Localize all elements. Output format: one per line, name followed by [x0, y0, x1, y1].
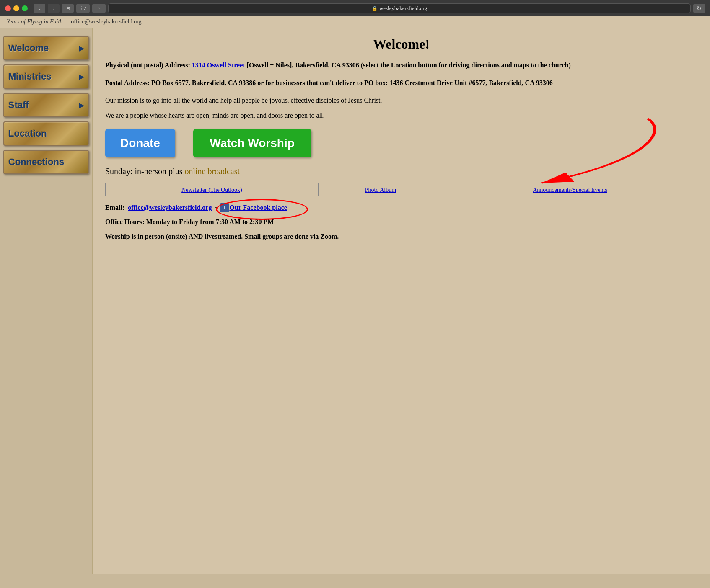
photo-album-link[interactable]: Photo Album: [365, 187, 396, 193]
physical-label: Physical (not postal) Address:: [105, 62, 190, 69]
reload-button[interactable]: ↻: [693, 4, 705, 13]
sidebar-location-label: Location: [8, 128, 47, 139]
postal-address-block: Postal Address: PO Box 6577, Bakersfield…: [105, 78, 697, 88]
sidebar-item-location[interactable]: Location: [3, 121, 89, 146]
sidebar-connections-label: Connections: [8, 157, 64, 168]
lock-icon: 🔒: [372, 6, 378, 11]
open-text: We are a people whose hearts are open, m…: [105, 111, 697, 121]
online-broadcast-link[interactable]: online broadcast: [184, 167, 240, 176]
close-button[interactable]: [5, 5, 11, 11]
maximize-button[interactable]: [22, 5, 28, 11]
facebook-icon: f: [220, 203, 229, 212]
email-link[interactable]: office@wesleybakersfield.org: [128, 204, 212, 211]
email-label: Email:: [105, 204, 124, 211]
physical-address-block: Physical (not postal) Address: 1314 Oswe…: [105, 60, 697, 70]
sidebar-item-ministries[interactable]: Ministries ▶: [3, 64, 89, 89]
address-bar[interactable]: 🔒 wesleybakersfield.org: [108, 3, 691, 13]
photo-album-cell: Photo Album: [318, 183, 443, 196]
site-tagline: Years of Flying in Faith: [7, 18, 62, 25]
facebook-wrapper: f Our Facebook place: [220, 203, 287, 212]
page-title: Welcome!: [105, 36, 697, 52]
url-display: wesleybakersfield.org: [379, 5, 427, 12]
sidebar-staff-label: Staff: [8, 100, 29, 111]
newsletter-cell: Newsletter (The Outlook): [106, 183, 319, 196]
facebook-link[interactable]: Our Facebook place: [229, 204, 287, 211]
announcements-cell: Announcements/Special Events: [443, 183, 697, 196]
forward-button[interactable]: ›: [48, 4, 60, 13]
newsletter-link[interactable]: Newsletter (The Outlook): [181, 187, 242, 193]
watch-worship-button[interactable]: Watch Worship: [193, 129, 311, 157]
physical-address-rest: [Oswell + Niles], Bakersfield, CA 93306 …: [247, 62, 571, 69]
sidebar-staff-arrow: ▶: [79, 101, 84, 109]
links-row: Newsletter (The Outlook) Photo Album Ann…: [106, 183, 697, 196]
email-row: Email: office@wesleybakersfield.org · f …: [105, 203, 697, 212]
sunday-prefix: Sunday: in-person plus: [105, 167, 184, 176]
sidebar-ministries-arrow: ▶: [79, 73, 84, 81]
site-header-email: office@wesleybakersfield.org: [71, 18, 141, 25]
links-table: Newsletter (The Outlook) Photo Album Ann…: [105, 183, 697, 196]
sidebar: Welcome ▶ Ministries ▶ Staff ▶ Location …: [0, 28, 92, 574]
back-button[interactable]: ‹: [34, 4, 45, 13]
content-wrapper: Welcome! Physical (not postal) Address: …: [105, 36, 697, 242]
worship-info: Worship is in person (onsite) AND livest…: [105, 232, 697, 242]
oswell-street-link[interactable]: 1314 Oswell Street: [192, 62, 245, 69]
sidebar-item-staff[interactable]: Staff ▶: [3, 93, 89, 117]
sidebar-toggle-button[interactable]: ⊟: [62, 4, 74, 13]
browser-chrome: ‹ › ⊟ 🛡 ⌂ 🔒 wesleybakersfield.org ↻: [0, 0, 710, 16]
site-header: Years of Flying in Faith office@wesleyba…: [0, 16, 710, 28]
traffic-lights: [5, 5, 28, 11]
sidebar-ministries-label: Ministries: [8, 71, 52, 82]
separator-dash: --: [181, 138, 187, 149]
sidebar-item-welcome[interactable]: Welcome ▶: [3, 36, 89, 60]
action-buttons: Donate -- Watch Worship: [105, 129, 697, 157]
shield-button[interactable]: 🛡: [76, 4, 90, 13]
sidebar-item-connections[interactable]: Connections: [3, 150, 89, 174]
announcements-link[interactable]: Announcements/Special Events: [533, 187, 607, 193]
minimize-button[interactable]: [13, 5, 19, 11]
office-hours: Office Hours: Monday to Friday from 7:30…: [105, 218, 697, 226]
main-content: Welcome! Physical (not postal) Address: …: [92, 28, 710, 574]
sidebar-welcome-arrow: ▶: [79, 44, 84, 52]
browser-toolbar: ‹ › ⊟ 🛡 ⌂ 🔒 wesleybakersfield.org ↻: [5, 3, 705, 16]
home-button[interactable]: ⌂: [92, 4, 106, 13]
dot-separator: ·: [215, 204, 217, 211]
sunday-text: Sunday: in-person plus online broadcast: [105, 167, 697, 176]
mission-text: Our mission is to go into all the world …: [105, 95, 697, 106]
donate-button[interactable]: Donate: [105, 129, 175, 157]
sidebar-welcome-label: Welcome: [8, 43, 49, 54]
main-layout: Welcome ▶ Ministries ▶ Staff ▶ Location …: [0, 28, 710, 574]
